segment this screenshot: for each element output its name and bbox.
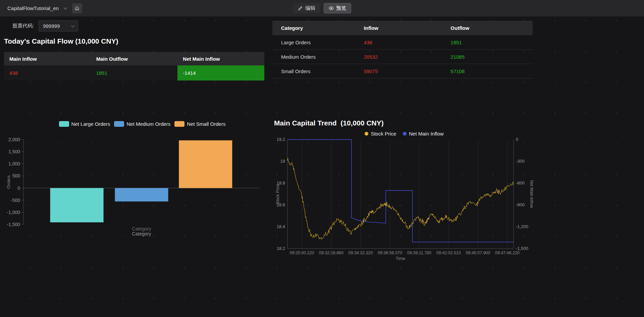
preview-button-label: 预览 — [336, 5, 346, 11]
page-title: Today's Capital Flow (10,000 CNY) — [4, 37, 118, 45]
svg-text:0: 0 — [516, 137, 518, 142]
summary-table-header: Main Inflow Main Outflow Net Main Inflow — [4, 52, 264, 65]
bar-1 — [115, 188, 168, 202]
legend-dot — [403, 132, 407, 136]
legend-swatch — [114, 121, 124, 127]
line-legend-item-1[interactable]: Net Main Inflow — [403, 131, 443, 137]
line-chart-legend: Stock PriceNet Main Inflow — [272, 131, 537, 137]
svg-text:Orders: Orders — [6, 175, 11, 189]
main-outflow-value: 1851 — [91, 65, 178, 81]
stock-code-label: 股票代码: — [12, 23, 34, 29]
legend-label: Stock Price — [371, 131, 396, 137]
svg-text:Time: Time — [396, 256, 405, 261]
svg-text:500: 500 — [12, 173, 20, 178]
column-outflow: Outflow — [446, 25, 533, 31]
svg-text:18.2: 18.2 — [277, 246, 285, 251]
svg-text:-1,500: -1,500 — [516, 246, 528, 251]
category-cell: Medium Orders — [272, 50, 359, 64]
breakdown-table-header: Category Inflow Outflow — [272, 21, 533, 35]
svg-text:18.4: 18.4 — [277, 224, 285, 229]
column-net-main-inflow: Net Main Inflow — [177, 56, 264, 62]
chevron-down-icon — [71, 25, 75, 28]
bar-legend-item-0[interactable]: Net Large Orders — [59, 121, 110, 127]
stock-code-control: 股票代码: 999999 — [12, 20, 78, 32]
main-inflow-value: 438 — [4, 65, 91, 81]
main-capital-trend-chart: 19.21918.818.618.418.20-300-600-900-1,20… — [272, 127, 537, 265]
edit-button[interactable]: 编辑 — [293, 3, 320, 13]
svg-text:09:36:56.070: 09:36:56.070 — [378, 251, 402, 255]
svg-text:Stock Price: Stock Price — [275, 184, 280, 204]
svg-text:-300: -300 — [516, 159, 525, 164]
svg-text:-1,500: -1,500 — [7, 222, 20, 227]
legend-label: Net Medium Orders — [126, 121, 170, 127]
category-cell: Small Orders — [272, 64, 359, 78]
edit-button-label: 编辑 — [305, 5, 315, 11]
app-window: CapitalFlowTutorial_en 编辑 预览 股票代码: 99999… — [0, 0, 644, 317]
svg-text:19.2: 19.2 — [277, 137, 285, 142]
svg-text:09:47:46.220: 09:47:46.220 — [495, 251, 520, 255]
pencil-icon — [298, 6, 303, 11]
bar-0 — [50, 188, 104, 222]
svg-text:19: 19 — [280, 159, 285, 164]
net-main-inflow-value: -1414 — [177, 65, 264, 81]
legend-dot — [365, 132, 368, 136]
svg-text:1,000: 1,000 — [8, 161, 20, 166]
net-orders-bar-chart: 2,0001,5001,0005000-500-1,000-1,500Categ… — [0, 134, 268, 242]
summary-table-row: 438 1851 -1414 — [4, 65, 264, 81]
table-row-medium-orders: Medium Orders 20532 21085 — [272, 50, 533, 64]
column-category: Category — [272, 25, 359, 31]
svg-text:-1,000: -1,000 — [7, 210, 20, 215]
svg-text:Category: Category — [132, 231, 151, 236]
table-row-large-orders: Large Orders 438 1851 — [272, 35, 533, 50]
svg-text:1,500: 1,500 — [8, 149, 20, 154]
bar-legend-item-1[interactable]: Net Medium Orders — [114, 121, 170, 127]
column-main-outflow: Main Outflow — [91, 56, 178, 62]
table-row-small-orders: Small Orders 59075 57108 — [272, 64, 533, 78]
svg-text:09:42:02.510: 09:42:02.510 — [436, 251, 461, 255]
svg-text:Category: Category — [132, 226, 151, 231]
outflow-cell: 21085 — [446, 50, 533, 64]
legend-swatch — [174, 121, 184, 127]
svg-text:-500: -500 — [11, 198, 20, 203]
category-cell: Large Orders — [272, 35, 359, 49]
svg-text:09:25:00.220: 09:25:00.220 — [290, 251, 314, 255]
net-main-inflow-line — [287, 140, 514, 242]
breakdown-table: Category Inflow Outflow Large Orders 438… — [272, 21, 533, 78]
column-main-inflow: Main Inflow — [4, 56, 91, 62]
stock-price-line — [287, 158, 514, 240]
column-inflow: Inflow — [359, 25, 446, 31]
svg-text:-600: -600 — [516, 180, 525, 186]
legend-label: Net Small Orders — [187, 121, 225, 127]
svg-text:-900: -900 — [516, 202, 525, 207]
svg-text:09:39:11.780: 09:39:11.780 — [407, 251, 431, 255]
topbar: CapitalFlowTutorial_en 编辑 预览 — [0, 0, 644, 16]
trend-chart-title: Main Capital Trend (10,000 CNY) — [274, 119, 384, 127]
inflow-cell: 20532 — [359, 50, 446, 64]
topbar-mode-switch: 编辑 预览 — [0, 3, 644, 13]
inflow-cell: 59075 — [359, 64, 446, 78]
outflow-cell: 1851 — [446, 35, 533, 49]
bar-legend-item-2[interactable]: Net Small Orders — [174, 121, 225, 127]
preview-button[interactable]: 预览 — [324, 3, 351, 13]
svg-text:-1,200: -1,200 — [516, 224, 528, 229]
stock-code-value: 999999 — [43, 23, 60, 29]
outflow-cell: 57108 — [446, 64, 533, 78]
svg-text:2,000: 2,000 — [8, 137, 20, 142]
stock-code-select[interactable]: 999999 — [39, 20, 78, 32]
eye-icon — [329, 6, 334, 11]
inflow-cell: 438 — [359, 35, 446, 49]
legend-label: Net Main Inflow — [409, 131, 443, 137]
line-legend-item-0[interactable]: Stock Price — [365, 131, 396, 137]
summary-table: Main Inflow Main Outflow Net Main Inflow… — [4, 52, 264, 81]
dashboard-canvas: 股票代码: 999999 Today's Capital Flow (10,00… — [0, 16, 644, 317]
legend-label: Net Large Orders — [71, 121, 110, 127]
svg-text:Net Main Inflow: Net Main Inflow — [529, 180, 534, 208]
svg-text:0: 0 — [17, 186, 20, 191]
bar-2 — [179, 140, 232, 188]
bar-chart-legend: Net Large OrdersNet Medium OrdersNet Sma… — [0, 121, 284, 127]
svg-text:09:45:07.900: 09:45:07.900 — [466, 251, 490, 255]
legend-swatch — [59, 121, 69, 127]
svg-text:09:34:32.320: 09:34:32.320 — [348, 251, 373, 255]
svg-text:09:32:28.860: 09:32:28.860 — [319, 251, 343, 255]
